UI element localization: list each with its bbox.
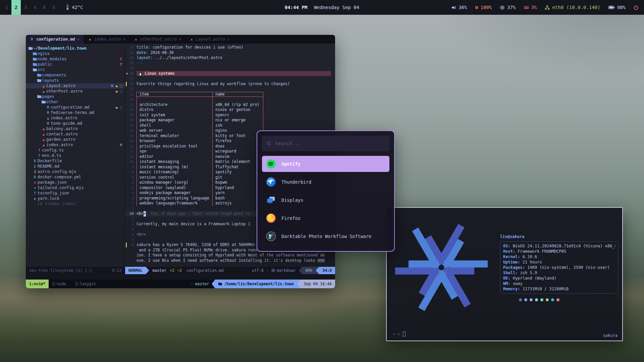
- table-cell-name: doas: [212, 144, 263, 149]
- tab-configuration-md[interactable]: configuration.md ×: [26, 35, 84, 44]
- tree-item[interactable]: tone-guide.md: [26, 121, 125, 126]
- window-badge: [120, 105, 122, 110]
- tree-item[interactable]: ~/Development/liv.town: [26, 46, 125, 51]
- tree-item[interactable]: config.ts: [26, 147, 125, 153]
- nixos-logo: [393, 217, 490, 318]
- cpu-module[interactable]: 37%: [500, 5, 516, 10]
- tree-item[interactable]: astro.config.mjs: [26, 169, 125, 174]
- palette-dot: [546, 298, 549, 301]
- tree-item[interactable]: layouts: [26, 78, 125, 83]
- network-icon: [545, 5, 550, 10]
- astro-icon: [134, 38, 138, 41]
- search-bar[interactable]: Search...: [262, 136, 389, 151]
- workspaces: 1 2 3 4 8 9: [0, 0, 58, 15]
- markdown-heading: Linux systems: [137, 71, 331, 76]
- file-name: contact.astro: [46, 132, 78, 136]
- tree-item[interactable]: pages: [26, 94, 125, 99]
- clock: 04:44 PM Wednesday Sep 04: [285, 5, 359, 10]
- workspace-button[interactable]: 4: [30, 0, 40, 15]
- file-icon: [37, 154, 42, 158]
- table-cell-item: window manager (xorg): [137, 180, 212, 185]
- close-icon[interactable]: ×: [227, 37, 230, 42]
- tree-item[interactable]: components: [26, 72, 125, 78]
- close-icon[interactable]: ×: [123, 37, 126, 42]
- launcher-item-darktable[interactable]: Darktable Photo Workflow Software: [262, 228, 389, 244]
- tree-item[interactable]: Layout.astro: [26, 83, 125, 88]
- palette-dot: [524, 298, 527, 301]
- power-button[interactable]: [634, 5, 639, 10]
- file-name: config.ts: [42, 148, 64, 153]
- fetch-row: Memory11731MiB / 31280MiB: [503, 286, 615, 292]
- file-name: index.astro: [46, 142, 73, 147]
- tree-item[interactable]: package.json: [26, 180, 125, 185]
- fetch-row: Packages1409 (nix-system), 2590 (nix-use…: [503, 265, 615, 270]
- tree-item[interactable]: balcony.astro: [26, 126, 125, 131]
- battery-module[interactable]: 98%: [608, 5, 626, 10]
- file-icon: [41, 143, 46, 147]
- tmux-git-branch: ›master: [191, 282, 209, 286]
- tmux-statusbar: 1:nvim* 2:node. 3:lazygit ›master /home/…: [26, 280, 335, 288]
- workspace-button[interactable]: 3: [21, 0, 30, 15]
- file-name: Dockerfile: [38, 159, 62, 163]
- tree-item[interactable]: tailwind.config.mjs: [26, 185, 125, 190]
- editor-line: 32date: 2024-08-30: [125, 50, 335, 56]
- tree-item[interactable]: index.astro: [26, 142, 125, 147]
- network-module[interactable]: eth0 (10.0.0.140): [545, 5, 600, 10]
- launcher-item-thunderbird[interactable]: Thunderbird: [262, 174, 389, 190]
- tmux-window[interactable]: 1:nvim*: [26, 280, 49, 288]
- file-name: node_modules: [38, 57, 67, 61]
- temperature-module[interactable]: 42°C: [66, 4, 83, 10]
- tree-item[interactable]: nginx: [26, 51, 125, 56]
- tree-item[interactable]: fediverse-terms.md: [26, 110, 125, 115]
- command-line[interactable]: [26, 274, 335, 280]
- tree-item[interactable]: src: [26, 67, 125, 72]
- volume-module[interactable]: 36%: [451, 5, 467, 10]
- file-icon: [37, 74, 42, 77]
- tree-item[interactable]: otherPost.astro: [26, 88, 125, 94]
- tab-layout-astro[interactable]: Layout.astro ×: [185, 35, 234, 44]
- tree-item[interactable]: other: [26, 99, 125, 105]
- file-icon: [32, 63, 38, 66]
- table-cell-name: nix or emerge: [212, 118, 263, 123]
- close-icon[interactable]: ×: [179, 37, 181, 42]
- tmux-window[interactable]: 2:node.: [49, 280, 71, 288]
- launcher-item-firefox[interactable]: Firefox: [262, 210, 389, 226]
- status-bar: 1 2 3 4 8 9 42°C 04:44 PM Wednesday Sep …: [0, 0, 644, 15]
- network-value: eth0 (10.0.0.140): [552, 5, 600, 10]
- palette-dot: [519, 298, 522, 301]
- tree-item[interactable]: contact.astro: [26, 131, 125, 137]
- harpoon-badge: [111, 84, 113, 88]
- launcher-item-spotify[interactable]: Spotify: [262, 156, 389, 172]
- git-sign: [126, 82, 127, 86]
- table-cell-item: instant messaging (m): [137, 165, 212, 170]
- launcher-item-displays[interactable]: Displays: [262, 192, 389, 208]
- tree-item[interactable]: index.astro: [26, 115, 125, 121]
- tree-item[interactable]: env.d.ts: [26, 153, 125, 158]
- tab-otherpost-astro[interactable]: otherPost.astro ×: [130, 35, 185, 44]
- memory-module[interactable]: 3%: [524, 5, 537, 10]
- table-cell-name: openrc: [212, 113, 263, 118]
- table-cell-item: init system: [137, 113, 212, 118]
- tab-label: Layout.astro: [196, 37, 225, 42]
- workspace-button[interactable]: 2: [11, 0, 21, 15]
- workspace-button[interactable]: 1: [2, 0, 11, 15]
- tmux-window[interactable]: 3:lazygit: [72, 280, 99, 288]
- table-row: 21 architecture x86_64 (rip m2 pro): [125, 102, 335, 108]
- shell-prompt[interactable]: ~ >: [393, 331, 406, 337]
- tree-item[interactable]: (6 hidden items): [26, 201, 125, 206]
- tab-index-astro[interactable]: index.astro ×: [84, 35, 130, 44]
- tree-item[interactable]: configuration.md: [26, 105, 125, 110]
- close-icon[interactable]: ×: [77, 37, 80, 42]
- brightness-module[interactable]: ⚙ 100%: [475, 5, 492, 10]
- tree-item[interactable]: garden.astro: [26, 137, 125, 142]
- tree-item[interactable]: Dockerfile: [26, 158, 125, 164]
- editor-line: 31layout: ../../layouts/otherPost.astro: [125, 55, 335, 61]
- tree-item[interactable]: README.md: [26, 164, 125, 169]
- tree-item[interactable]: tsconfig.json: [26, 190, 125, 196]
- tree-item[interactable]: yarn.lock: [26, 196, 125, 201]
- tree-item[interactable]: public ?: [26, 62, 125, 67]
- tree-item[interactable]: docker-compose.yml: [26, 174, 125, 180]
- workspace-button[interactable]: 8: [40, 0, 49, 15]
- workspace-button[interactable]: 9: [49, 0, 58, 15]
- tree-item[interactable]: node_modules E: [26, 56, 125, 62]
